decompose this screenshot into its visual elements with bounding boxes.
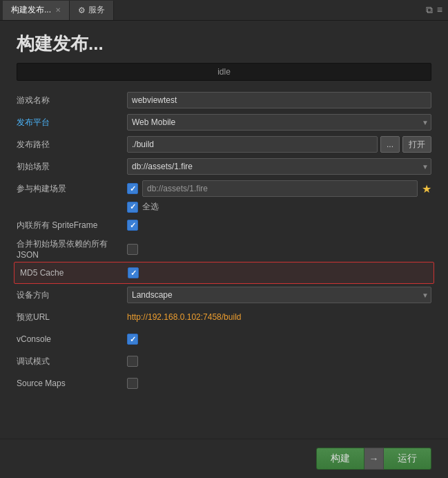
build-scene-star-icon[interactable]: ★ xyxy=(422,182,431,195)
debug-label: 调试模式 xyxy=(17,356,127,367)
select-all-checkbox[interactable]: ✓ xyxy=(127,202,138,213)
arrow-icon[interactable]: → xyxy=(364,448,384,470)
game-name-input[interactable] xyxy=(127,92,431,108)
scene-control: db://assets/1.fire ▼ xyxy=(127,158,431,175)
path-input-group: ... 打开 xyxy=(127,136,431,153)
platform-label: 发布平台 xyxy=(17,117,127,128)
md5-cache-label: MD5 Cache xyxy=(17,268,128,278)
path-label: 发布路径 xyxy=(17,139,127,151)
path-row: 发布路径 ... 打开 xyxy=(17,133,431,155)
preview-url-row: 预览URL http://192.168.0.102:7458/build xyxy=(17,306,431,328)
select-all-row: ✓ 全选 xyxy=(127,200,431,214)
tab-build-label: 构建发布... xyxy=(11,4,51,16)
status-text: idle xyxy=(217,67,231,77)
source-maps-row: Source Maps xyxy=(17,372,431,394)
orientation-control: Landscape Portrait ▼ xyxy=(127,287,431,303)
md5-cache-checkbox[interactable]: ✓ xyxy=(128,267,139,278)
tab-service-label: 服务 xyxy=(88,4,105,16)
preview-url-label: 预览URL xyxy=(17,312,127,323)
vconsole-row: vConsole ✓ xyxy=(17,328,431,350)
select-all-label: 全选 xyxy=(142,201,159,213)
md5-cache-control: ✓ xyxy=(128,267,431,278)
platform-row: 发布平台 Web Mobile Android iOS Windows Mac … xyxy=(17,111,431,133)
source-maps-control xyxy=(127,378,431,389)
build-scene-control: ✓ ★ xyxy=(127,180,431,197)
path-input[interactable] xyxy=(127,136,378,153)
vconsole-label: vConsole xyxy=(17,334,127,344)
debug-checkbox[interactable] xyxy=(127,356,138,367)
inline-sprite-control: ✓ xyxy=(127,220,431,231)
build-scene-inner: ✓ ★ xyxy=(127,180,431,197)
merge-json-row: 合并初始场景依赖的所有 JSON xyxy=(17,236,431,262)
inline-sprite-checkmark: ✓ xyxy=(130,222,136,229)
build-scene-row: 参与构建场景 ✓ ★ xyxy=(17,178,431,200)
restore-icon[interactable]: ⧉ xyxy=(426,4,433,16)
scene-select-wrap: db://assets/1.fire ▼ xyxy=(127,158,431,175)
path-browse-button[interactable]: ... xyxy=(380,136,400,153)
orientation-label: 设备方向 xyxy=(17,289,127,301)
path-control: ... 打开 xyxy=(127,136,431,153)
tab-service[interactable]: ⚙ 服务 xyxy=(70,1,114,20)
vconsole-checkbox[interactable]: ✓ xyxy=(127,334,138,345)
vconsole-control: ✓ xyxy=(127,334,431,345)
build-scene-input[interactable] xyxy=(142,180,418,197)
platform-control: Web Mobile Android iOS Windows Mac ▼ xyxy=(127,114,431,131)
run-button[interactable]: 运行 xyxy=(384,448,431,470)
inline-sprite-label: 内联所有 SpriteFrame xyxy=(17,220,127,231)
form-area: 游戏名称 发布平台 Web Mobile Android iOS Windows… xyxy=(0,81,448,403)
game-name-row: 游戏名称 xyxy=(17,89,431,111)
source-maps-label: Source Maps xyxy=(17,379,127,388)
debug-row: 调试模式 xyxy=(17,350,431,372)
orientation-row: 设备方向 Landscape Portrait ▼ xyxy=(17,284,431,306)
tab-bar-actions: ⧉ ≡ xyxy=(426,4,445,16)
game-name-label: 游戏名称 xyxy=(17,95,127,106)
menu-icon[interactable]: ≡ xyxy=(437,4,442,16)
footer: 构建 → 运行 xyxy=(0,439,448,478)
tab-build[interactable]: 构建发布... ✕ xyxy=(3,1,70,20)
path-open-button[interactable]: 打开 xyxy=(402,136,431,153)
orientation-select-wrap: Landscape Portrait ▼ xyxy=(127,287,431,303)
merge-json-control xyxy=(127,244,431,255)
page-title: 构建发布... xyxy=(0,21,448,63)
tab-bar: 构建发布... ✕ ⚙ 服务 ⧉ ≡ xyxy=(0,0,448,21)
vconsole-checkmark: ✓ xyxy=(130,336,136,343)
build-scene-checkbox[interactable]: ✓ xyxy=(127,183,138,194)
status-bar: idle xyxy=(17,63,431,81)
md5-cache-checkmark: ✓ xyxy=(130,269,137,277)
inline-sprite-row: 内联所有 SpriteFrame ✓ xyxy=(17,214,431,236)
build-scene-label: 参与构建场景 xyxy=(17,183,127,195)
build-button[interactable]: 构建 xyxy=(316,448,364,470)
source-maps-checkbox[interactable] xyxy=(127,378,138,389)
build-scene-checkmark: ✓ xyxy=(130,185,136,193)
game-name-control xyxy=(127,92,431,108)
preview-url-control: http://192.168.0.102:7458/build xyxy=(127,312,431,322)
tab-build-close[interactable]: ✕ xyxy=(55,6,61,14)
orientation-select[interactable]: Landscape Portrait xyxy=(127,287,431,303)
debug-control xyxy=(127,356,431,367)
merge-json-label: 合并初始场景依赖的所有 JSON xyxy=(17,238,127,260)
merge-json-checkbox[interactable] xyxy=(127,244,138,255)
platform-select[interactable]: Web Mobile Android iOS Windows Mac xyxy=(127,114,431,131)
scene-select[interactable]: db://assets/1.fire xyxy=(127,158,431,175)
select-all-checkmark: ✓ xyxy=(130,203,136,211)
scene-label: 初始场景 xyxy=(17,161,127,173)
inline-sprite-checkbox[interactable]: ✓ xyxy=(127,220,138,231)
preview-url-value[interactable]: http://192.168.0.102:7458/build xyxy=(127,312,241,322)
scene-row: 初始场景 db://assets/1.fire ▼ xyxy=(17,155,431,178)
footer-btn-group: 构建 → 运行 xyxy=(316,448,431,470)
md5-cache-row: MD5 Cache ✓ xyxy=(14,262,434,284)
tab-service-icon: ⚙ xyxy=(78,6,86,15)
platform-select-wrap: Web Mobile Android iOS Windows Mac ▼ xyxy=(127,114,431,131)
